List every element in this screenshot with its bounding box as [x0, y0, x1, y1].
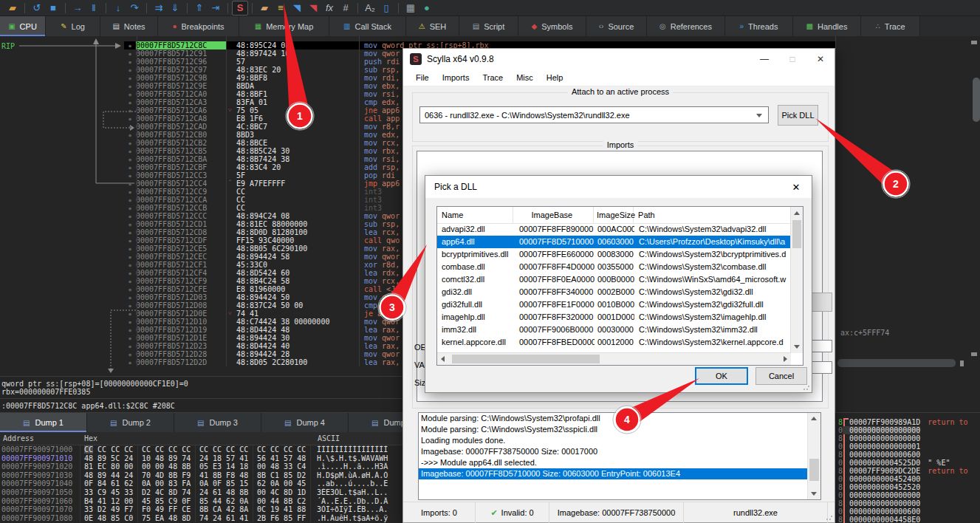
dump-row[interactable]: 00007FF90097107033 D2 49 F7F0 49 FF CE8B… [0, 505, 405, 514]
dll-list-vscrollbar[interactable] [790, 207, 803, 353]
menu-file[interactable]: File [409, 73, 436, 82]
tab-notes[interactable]: ▤Notes [100, 16, 158, 36]
log-line[interactable]: Imagebase: 00007FF738750000 Size: 000170… [419, 446, 808, 457]
breakpoint-dot-icon[interactable]: ● [124, 171, 136, 180]
dll-list-hscrollbar[interactable] [437, 352, 791, 365]
calculator-icon[interactable]: ▦ [402, 1, 419, 16]
dll-row-gdi32full.dll[interactable]: gdi32full.dll00007FF8FE1F00000010B000C:\… [437, 298, 791, 311]
breakpoint-dot-icon[interactable]: ● [124, 49, 136, 58]
breakpoint-dot-icon[interactable]: ● [124, 196, 136, 204]
dialog-titlebar[interactable]: Pick a DLL [425, 176, 812, 198]
run-until-return-icon[interactable]: ⇉ [151, 1, 167, 16]
breakpoint-dot-icon[interactable]: ● [124, 228, 136, 236]
breakpoint-dot-icon[interactable]: ● [124, 310, 136, 318]
dll-scroll-right-icon[interactable] [784, 356, 787, 362]
stack-row[interactable]: 00000000000452400 [810, 475, 980, 483]
breakpoint-dot-icon[interactable]: ● [124, 220, 136, 228]
comment-icon[interactable]: ≡ [273, 1, 289, 16]
dump-row[interactable]: 00007FF90097105033 C9 45 33D2 4C 8D 7424… [0, 488, 405, 497]
dialog-resize-grip[interactable] [803, 383, 810, 391]
menu-trace[interactable]: Trace [476, 73, 510, 82]
stack-row[interactable]: 00000000000000001 [810, 442, 980, 451]
breakpoint-dot-icon[interactable]: ● [124, 358, 136, 366]
breakpoint-dot-icon[interactable]: ● [124, 245, 136, 253]
log-line[interactable]: ->>> Module app64.dll selected. [419, 457, 808, 468]
breakpoint-dot-icon[interactable]: ● [124, 66, 136, 74]
breakpoint-dot-icon[interactable]: ● [124, 277, 136, 285]
regs-scroll-up-icon[interactable] [971, 41, 977, 44]
dll-column-header-imagebase[interactable]: ImageBase [513, 207, 594, 223]
dll-vscroll-thumb[interactable] [792, 220, 801, 248]
dll-row-advapi32.dll[interactable]: advapi32.dll00007FF8FF890000000AC000C:\W… [437, 223, 791, 236]
tab-seh[interactable]: ⚠SEH [406, 16, 459, 36]
dll-column-header-name[interactable]: Name [437, 207, 513, 223]
dll-row-imm32.dll[interactable]: imm32.dll00007FF9006B000000030000C:\Wind… [437, 324, 791, 336]
dump-row[interactable]: 00007FF900971060B4 41 12 0045 85 C9 0F85… [0, 497, 405, 506]
regs-scroll-right-icon[interactable] [960, 360, 964, 366]
dll-column-header-imagesize[interactable]: ImageSize [594, 207, 634, 223]
ok-button[interactable]: OK [695, 367, 748, 385]
regs-vscroll-thumb[interactable] [973, 78, 980, 122]
log-line[interactable]: Imagebase: 00007FF8D5710000 Size: 006030… [419, 468, 808, 479]
scylla-log[interactable]: Module parsing: C:\Windows\System32\prof… [418, 412, 821, 500]
tab-dump-4[interactable]: ▤Dump 4 [261, 413, 349, 432]
stack-row[interactable]: 80000000000452520 [810, 483, 980, 491]
tab-references[interactable]: ◎References [647, 16, 725, 36]
dll-row-gdi32.dll[interactable]: gdi32.dll00007FF8FF3400000002B000C:\Wind… [437, 286, 791, 298]
stack-row[interactable]: 800000000004458E0 [810, 516, 980, 523]
dialog-close-icon[interactable]: ✕ [781, 176, 812, 198]
step-out-icon[interactable]: ⇓ [167, 1, 183, 16]
breakpoint-dot-icon[interactable]: ● [124, 123, 136, 131]
breakpoint-dot-icon[interactable]: ● [124, 204, 136, 212]
breakpoint-dot-icon[interactable]: ● [124, 106, 136, 114]
trace-into-icon[interactable]: ⇥ [208, 1, 224, 16]
tab-memory-map[interactable]: ▦Memory Map [239, 16, 329, 36]
stack-row[interactable]: 80000000000000600 [810, 451, 980, 459]
breakpoint-dot-icon[interactable]: ● [124, 114, 136, 123]
breakpoint-dot-icon[interactable]: ● [124, 98, 136, 106]
breakpoint-dot-icon[interactable]: ● [124, 188, 136, 196]
log-line[interactable]: Module parsing: C:\Windows\System32\prof… [419, 413, 808, 424]
tab-handles[interactable]: ▩Handles [793, 16, 861, 36]
tab-call-stack[interactable]: ▥Call Stack [329, 16, 406, 36]
stop-icon[interactable]: ■ [45, 1, 61, 16]
breakpoint-dot-icon[interactable]: ● [124, 74, 136, 82]
menu-imports[interactable]: Imports [436, 73, 476, 82]
tab-breakpoints[interactable]: ●Breakpoints [158, 16, 239, 36]
log-scroll-thumb[interactable] [809, 459, 819, 481]
run-to-user-code-icon[interactable]: ⇑ [191, 1, 208, 16]
dump-row[interactable]: 00007FF90097101048 89 5C 2410 48 89 7424… [0, 454, 405, 463]
dll-hscroll-thumb[interactable] [452, 355, 600, 363]
breakpoint-dot-icon[interactable]: ● [124, 155, 136, 163]
stack-panel[interactable]: 800007FF900989A1Dreturn to00000000000000… [810, 413, 980, 523]
stack-row[interactable]: 80000000000000000 [810, 434, 980, 442]
run-icon[interactable]: → [69, 1, 86, 16]
font-icon[interactable]: A₂ [362, 1, 378, 16]
cancel-button[interactable]: Cancel [755, 367, 807, 385]
hash-icon[interactable]: # [337, 1, 354, 16]
breakpoint-dot-icon[interactable]: ● [124, 90, 136, 98]
log-scroll-down-icon[interactable] [811, 492, 817, 496]
dump-row[interactable]: 00007FF9009710800E 48 85 C075 EA 48 8D74… [0, 514, 405, 523]
stack-row[interactable]: 00000000000000600 [810, 507, 980, 516]
dump-row[interactable]: 00007FF90097103048 89 44 2470 4D 8B F941… [0, 471, 405, 480]
dll-scroll-left-icon[interactable] [441, 356, 445, 362]
dll-row-app64.dll[interactable]: app64.dll00007FF8D571000000603000C:\User… [437, 236, 791, 248]
tab-dump-2[interactable]: ▤Dump 2 [87, 413, 174, 432]
label-icon[interactable]: ◥ [289, 1, 305, 16]
breakpoint-dot-icon[interactable]: ● [124, 131, 136, 139]
tab-log[interactable]: ✎Log [46, 16, 100, 36]
dump-row[interactable]: 00007FF90097102081 EC 80 0000 00 48 8B05… [0, 462, 405, 471]
stack-row[interactable]: 800007FF900989A1Dreturn to [810, 418, 980, 426]
patch-icon[interactable]: ▰ [256, 1, 273, 16]
tab-trace[interactable]: ∴Trace [861, 16, 920, 36]
globe-icon[interactable]: ● [419, 1, 435, 16]
dump-row[interactable]: 00007FF900971000CC CC CC CCCC CC CC CCCC… [0, 445, 405, 454]
pick-dll-button[interactable]: Pick DLL [778, 105, 818, 126]
breakpoint-dot-icon[interactable]: ● [124, 269, 136, 277]
minimize-button[interactable]: — [750, 49, 778, 69]
registers-panel[interactable]: ax:c+5FFF74 [835, 36, 980, 412]
dll-column-header-path[interactable]: Path [634, 207, 791, 223]
tab-source[interactable]: ‹›Source [586, 16, 647, 36]
tab-dump-3[interactable]: ▤Dump 3 [174, 413, 261, 432]
